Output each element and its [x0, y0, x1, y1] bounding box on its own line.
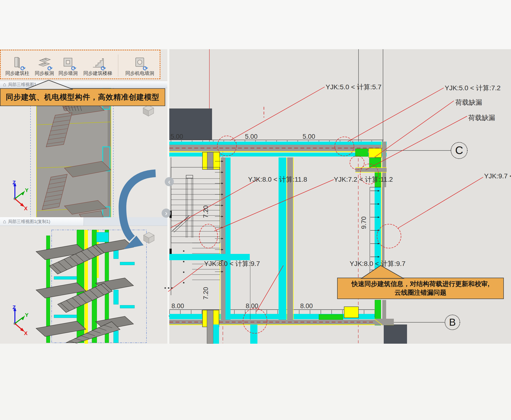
button-label: 同步建筑柱 [5, 70, 29, 76]
dim-bottom: 8.00 [300, 302, 313, 310]
button-label: 同步机电墙洞 [125, 70, 154, 76]
dim-left: 7.20 [202, 205, 209, 218]
toolbar-callout: 同步建筑、机电模型构件，高效精准创建模型 [0, 88, 165, 106]
annotation: YJK:7.2 < 计算:11.2 [334, 176, 393, 183]
button-label: 同步建筑楼梯 [83, 70, 112, 76]
sync-wall-opening-button[interactable]: ⟳ 同步墙洞 [56, 56, 80, 76]
annotation: YJK:8.0 < 计算:9.7 [204, 260, 260, 267]
yellow-strip [84, 230, 88, 344]
sync-arrows-icon: ⟳ [20, 65, 25, 72]
panel-separator[interactable] [167, 49, 169, 344]
toolbar-separator [118, 54, 118, 76]
plan-callout-line1: 快速同步建筑信息，对结构荷载进行更新和校审, [351, 280, 490, 288]
grid-label-b: B [449, 316, 456, 328]
sync-arrows-icon: ⟳ [47, 65, 53, 72]
toolbar-callout-text: 同步建筑、机电模型构件，高效精准创建模型 [6, 92, 160, 102]
sync-arrows-icon: ⟳ [71, 65, 76, 72]
dim-right: 9.70 [360, 217, 367, 229]
sync-slab-opening-button[interactable]: ⟳ 同步板洞 [32, 56, 56, 76]
axis-y-label: Y [25, 312, 29, 318]
slab-opening-icon: ⟳ [38, 56, 51, 70]
dim-bottom: 8.00 [246, 302, 258, 310]
dim-top: 5.00 [245, 133, 258, 140]
dim-bottom: 8.00 [171, 302, 184, 310]
sync-mep-wall-opening-button[interactable]: ⟳ 同步机电墙洞 [121, 56, 159, 76]
annotation: 荷载缺漏 [468, 114, 495, 121]
stairs-icon: ⟳ [91, 56, 105, 70]
sync-arrows-icon: ⟳ [101, 65, 106, 72]
home-icon: ⌂ [3, 219, 6, 224]
sync-arrows-icon: ⟳ [143, 65, 148, 72]
axis-z-label: Z [13, 304, 15, 310]
view2-tab-label[interactable]: 局部三维视图1(复制1) [8, 219, 50, 225]
mep-wall-opening-icon: ⟳ [133, 56, 146, 70]
dim-left: 7.20 [202, 287, 209, 300]
grid-label-c: C [455, 144, 463, 157]
annotation: YJK:8.0 < 计算:9.7 [350, 260, 406, 267]
sync-toolbar: ⟳ 同步建筑柱 ⟳ 同步板洞 ⟳ 同步墙洞 ⟳ 同步建筑楼梯 [0, 50, 160, 79]
plan-callout: 快速同步建筑信息，对结构荷载进行更新和校审, 云线圈注错漏问题 [337, 278, 504, 299]
wall-opening-icon: ⟳ [61, 56, 75, 70]
plan-callout-line2: 云线圈注错漏问题 [395, 288, 446, 297]
dim-top: 5.00 [170, 133, 183, 140]
home-icon: ⌂ [3, 82, 6, 87]
sync-column-button[interactable]: ⟳ 同步建筑柱 [2, 56, 32, 76]
view2-tab[interactable]: ⌂ 局部三维视图1(复制1) [0, 217, 84, 225]
toolbar-callout-pointer [23, 79, 76, 90]
annotation: 荷载缺漏 [455, 99, 482, 106]
annotation: YJK:9.7 < [484, 172, 511, 180]
annotation: YJK:5.0 < 计算:7.2 [445, 84, 501, 92]
view2-titlebar[interactable]: ⌂ 局部三维视图1(复制1) [0, 217, 167, 226]
axis-y-label: Y [25, 187, 29, 193]
dim-top: 5.00 [303, 133, 315, 140]
top-margin [0, 0, 511, 49]
axis-x-label: X [24, 330, 28, 336]
annotation: YJK:5.0 < 计算:5.7 [326, 83, 381, 91]
bottom-margin [0, 344, 511, 420]
axis-z-label: Z [13, 180, 15, 186]
column-icon: ⟳ [11, 56, 24, 70]
plan-solid-block-bottom [384, 324, 407, 344]
sync-stair-button[interactable]: ⟳ 同步建筑楼梯 [80, 56, 115, 76]
annotation: YJK:8.0 < 计算:11.8 [248, 176, 307, 183]
axis-x-label: X [24, 205, 28, 211]
